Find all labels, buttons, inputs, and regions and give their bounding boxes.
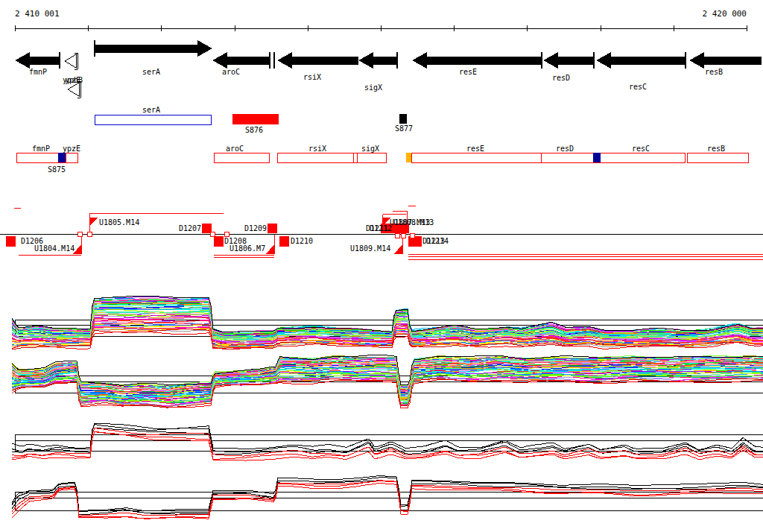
tu-flag[interactable] (89, 218, 98, 226)
annotation-label-resD: resD (556, 145, 574, 153)
annotation-label-ypzE: ypzE (63, 145, 80, 153)
gene-arrow-resC[interactable] (596, 52, 686, 69)
tu-label-D1214: D1214 (426, 237, 449, 245)
tu-break-marker[interactable] (210, 232, 215, 236)
segment-serA[interactable] (95, 115, 211, 124)
annotation-label-resC: resC (632, 145, 650, 153)
gene-arrow-resD[interactable] (543, 52, 594, 69)
gene-label-resD: resD (552, 74, 570, 82)
gene-arrow-serA[interactable] (95, 40, 212, 57)
gene-arrow-resB[interactable] (689, 52, 762, 69)
tu-label-U1808.M13: U1808.M13 (393, 218, 434, 227)
tu-break-marker[interactable] (410, 233, 414, 238)
annotation-marker-label-S875: S875 (48, 165, 66, 174)
gene-label-sigX: sigX (364, 83, 382, 92)
gene-label-aroC: aroC (222, 68, 240, 76)
annotation-box-resE[interactable] (411, 153, 541, 162)
annotation-marker-S875[interactable] (58, 153, 66, 162)
annotation-box-resD[interactable] (541, 153, 593, 162)
gene-arrow-resE[interactable] (412, 52, 542, 69)
tu-flag-down[interactable] (266, 244, 274, 254)
expression-trace-forward-mean (12, 424, 763, 450)
tu-label-D1209: D1209 (244, 224, 267, 232)
gene-arrow-fmnP[interactable] (15, 52, 60, 69)
segment-label-S876: S876 (245, 126, 263, 134)
annotation-marker-orange[interactable] (406, 153, 411, 162)
gene-arrow-sigX[interactable] (358, 52, 397, 69)
tu-break-marker[interactable] (77, 232, 82, 236)
annotation-box-rsiX[interactable] (277, 153, 353, 162)
annotation-box-divider[interactable] (353, 153, 357, 162)
probe-marker[interactable] (6, 236, 16, 247)
gene-arrow-outline-1[interactable] (68, 83, 79, 96)
annotation-label-rsiX: rsiX (308, 145, 326, 153)
probe-marker[interactable] (214, 236, 224, 247)
tu-label-U1804.M14: U1804.M14 (34, 244, 75, 253)
tu-label-D1212: D1212 (370, 224, 392, 232)
annotation-box-aroC[interactable] (214, 153, 269, 162)
probe-marker[interactable] (267, 224, 277, 233)
annotation-label-resB: resB (707, 145, 725, 153)
tu-break-marker[interactable] (395, 233, 399, 238)
gene-arrow-outline-0[interactable] (65, 54, 76, 68)
expression-trace-forward-mean (12, 432, 763, 461)
probe-marker[interactable] (279, 236, 289, 247)
gene-arrow-aroC[interactable] (212, 52, 270, 69)
tu-break-marker[interactable] (224, 232, 229, 236)
annotation-marker-navy2[interactable] (593, 153, 601, 162)
genome-browser-view: 2 410 001 2 420 000 fmnPserAaroCrsiXsigX… (0, 0, 763, 532)
tu-label-U1805.M14: U1805.M14 (99, 218, 139, 227)
tu-flag-down[interactable] (394, 244, 402, 254)
tu-label-D1210: D1210 (291, 237, 313, 245)
gene-label-resC: resC (629, 83, 647, 91)
annotation-label-aroC: aroC (226, 145, 244, 153)
annotation-box-resB[interactable] (687, 153, 748, 162)
gene-label-resB: resB (705, 68, 723, 76)
tu-label-U1809.M14: U1809.M14 (350, 244, 390, 253)
tu-break-marker[interactable] (87, 232, 92, 236)
segment-S876[interactable] (232, 114, 279, 124)
annotation-label-resE: resE (466, 145, 484, 153)
gene-label-rsiX: rsiX (303, 73, 321, 81)
segment-S877[interactable] (399, 114, 407, 124)
segment-label-serA: serA (142, 106, 160, 114)
gene-arrow-rsiX[interactable] (277, 52, 358, 69)
annotation-box-resC[interactable] (593, 153, 685, 162)
annotation-box-ypzE[interactable] (66, 153, 77, 162)
annotation-label-sigX: sigX (361, 145, 379, 153)
tu-break-marker[interactable] (401, 233, 405, 238)
annotation-box-sigX[interactable] (357, 153, 386, 162)
genome-browser-canvas: fmnPserAaroCrsiXsigXresEresDresCresBypzE… (0, 0, 763, 532)
segment-label-S877: S877 (395, 124, 413, 133)
gene-label-resE: resE (459, 68, 477, 76)
annotation-label-fmnP: fmnP (32, 145, 50, 153)
gene-label-serA: serA (142, 68, 160, 76)
tu-label-D1207: D1207 (179, 224, 201, 232)
tu-label-U1806.M7: U1806.M7 (229, 244, 265, 253)
gene-label-overlap: ypbB (65, 76, 83, 84)
gene-label-fmnP: fmnP (29, 68, 47, 76)
